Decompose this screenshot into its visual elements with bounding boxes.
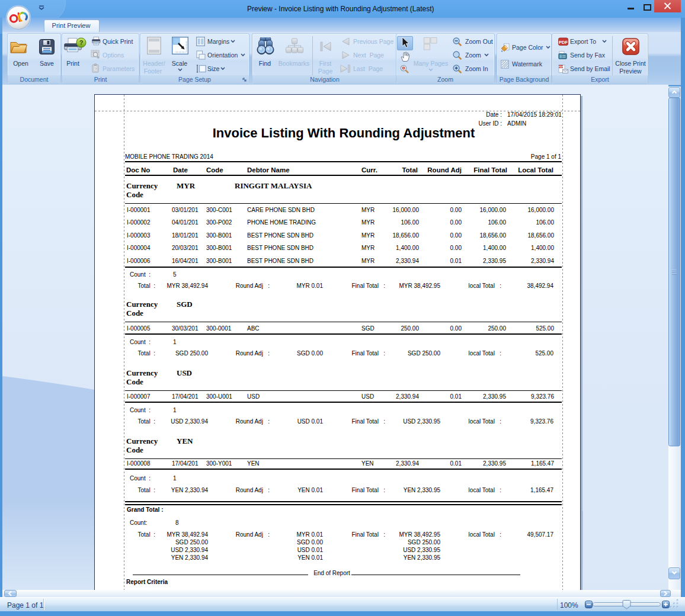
svg-text:?: ? — [79, 39, 84, 46]
svg-text:PDF: PDF — [559, 66, 564, 68]
svg-text:PDF: PDF — [559, 40, 568, 45]
svg-text:?: ? — [94, 67, 97, 71]
